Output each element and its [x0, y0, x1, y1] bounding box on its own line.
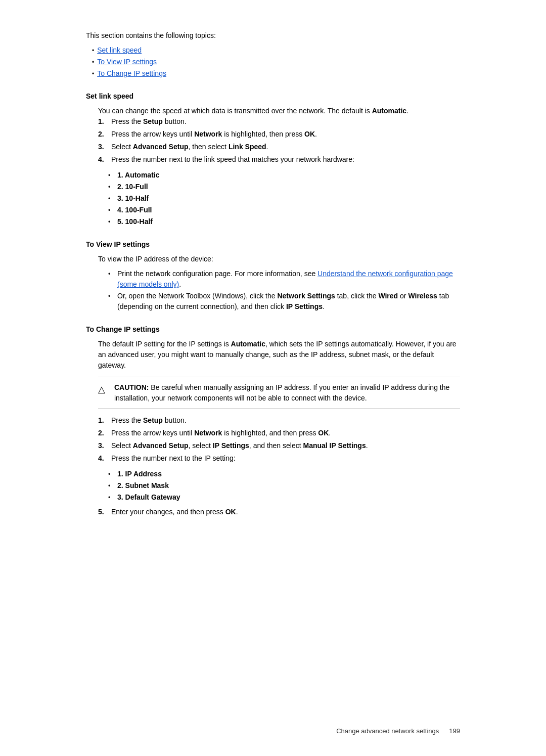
caution-label: CAUTION: [114, 383, 149, 391]
caution-text: Be careful when manually assigning an IP… [114, 383, 449, 402]
toc-item-1: Set link speed [92, 45, 460, 56]
section-heading-view-ip: To View IP settings [86, 239, 460, 250]
speed-option-3: 3. 10-Half [108, 193, 460, 204]
view-ip-bullets: Print the network configuration page. Fo… [98, 269, 460, 312]
section-body-view-ip: To view the IP address of the device: Pr… [86, 254, 460, 312]
network-config-link[interactable]: Understand the network configuration pag… [117, 270, 453, 288]
step-3: 3. Select Advanced Setup, then select Li… [98, 142, 460, 152]
change-ip-step-4: 4. Press the number next to the IP setti… [98, 453, 460, 464]
caution-content: CAUTION: Be careful when manually assign… [114, 382, 460, 404]
section-view-ip-settings: To View IP settings To view the IP addre… [86, 239, 460, 312]
toc-link-change-ip-settings[interactable]: To Change IP settings [97, 68, 166, 79]
change-ip-step-2: 2. Press the arrow keys until Network is… [98, 428, 460, 438]
change-ip-steps: 1. Press the Setup button. 2. Press the … [98, 415, 460, 464]
ip-option-2: 2. Subnet Mask [108, 480, 460, 491]
ip-options-list: 1. IP Address 2. Subnet Mask 3. Default … [98, 469, 460, 503]
speed-options-list: 1. Automatic 2. 10-Full 3. 10-Half 4. 10… [98, 170, 460, 227]
step-2: 2. Press the arrow keys until Network is… [98, 129, 460, 140]
caution-box: △ CAUTION: Be careful when manually assi… [98, 377, 460, 409]
footer-page-number: 199 [449, 726, 460, 736]
ip-option-3: 3. Default Gateway [108, 492, 460, 503]
toc-list: Set link speed To View IP settings To Ch… [86, 45, 460, 79]
change-ip-step-1: 1. Press the Setup button. [98, 415, 460, 426]
step-4: 4. Press the number next to the link spe… [98, 154, 460, 165]
toc-link-set-link-speed[interactable]: Set link speed [97, 45, 142, 56]
change-ip-step-3: 3. Select Advanced Setup, select IP Sett… [98, 440, 460, 451]
speed-option-5: 5. 100-Half [108, 216, 460, 227]
change-ip-step-5: 5. Enter your changes, and then press OK… [98, 507, 460, 517]
section-heading-change-ip: To Change IP settings [86, 324, 460, 335]
change-ip-intro: The default IP setting for the IP settin… [98, 339, 460, 371]
section-heading-set-link-speed: Set link speed [86, 91, 460, 102]
section-body-change-ip: The default IP setting for the IP settin… [86, 339, 460, 517]
set-link-speed-intro: You can change the speed at which data i… [98, 106, 460, 116]
speed-option-4: 4. 100-Full [108, 205, 460, 215]
toc-item-2: To View IP settings [92, 57, 460, 67]
intro-text: This section contains the following topi… [86, 30, 460, 41]
section-set-link-speed: Set link speed You can change the speed … [86, 91, 460, 227]
set-link-speed-steps: 1. Press the Setup button. 2. Press the … [98, 116, 460, 165]
section-body-set-link-speed: You can change the speed at which data i… [86, 106, 460, 227]
footer-section-label: Change advanced network settings [336, 726, 439, 736]
ip-option-1: 1. IP Address [108, 469, 460, 479]
section-change-ip-settings: To Change IP settings The default IP set… [86, 324, 460, 517]
step-1: 1. Press the Setup button. [98, 116, 460, 127]
change-ip-step-5-list: 5. Enter your changes, and then press OK… [98, 507, 460, 517]
footer: Change advanced network settings 199 [336, 726, 460, 736]
view-ip-intro: To view the IP address of the device: [98, 254, 460, 264]
speed-option-2: 2. 10-Full [108, 182, 460, 192]
caution-icon: △ [98, 383, 109, 396]
view-ip-bullet-2: Or, open the Network Toolbox (Windows), … [108, 291, 460, 312]
speed-option-1: 1. Automatic [108, 170, 460, 181]
toc-item-3: To Change IP settings [92, 68, 460, 79]
toc-link-view-ip-settings[interactable]: To View IP settings [97, 57, 157, 67]
view-ip-bullet-1: Print the network configuration page. Fo… [108, 269, 460, 290]
